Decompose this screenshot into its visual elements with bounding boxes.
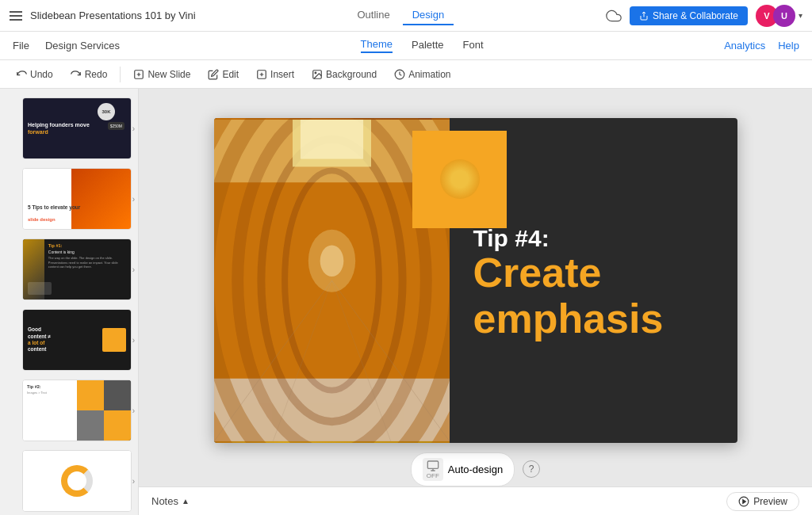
main-layout: 8 Helping founders moveforward 30K $250M… [0,89,812,515]
slide11-text: Goodcontent ≠a lot ofcontent [28,326,51,353]
slide-text-content: Tip #4: Create emphasis [450,118,737,443]
slide-thumb-11[interactable]: Goodcontent ≠a lot ofcontent [22,309,132,371]
canvas-area: Tip #4: Create emphasis OFF Auto-design … [139,89,812,515]
undo-icon [16,69,27,80]
slide12-text: Tip #2: Images > Text [23,380,77,441]
tab-outline[interactable]: Outline [347,6,399,25]
slide10-content: Tip #1: Content is king The way on the s… [44,239,131,299]
redo-button[interactable]: Redo [64,66,114,83]
preview-button[interactable]: Preview [726,492,799,511]
slide-wrapper-8: 8 Helping founders moveforward 30K $250M… [0,94,138,162]
slide-panel: 8 Helping founders moveforward 30K $250M… [0,89,139,515]
notes-chevron-icon: ▲ [182,497,190,505]
avatar-user2: U [773,5,795,27]
slide9-chevron-icon[interactable]: › [132,195,135,204]
slide12-images [77,380,131,441]
slide-wrapper-11: 11 Goodcontent ≠a lot ofcontent › [0,306,138,374]
avatar-group: V U ▾ [756,5,802,27]
share-icon [639,11,649,21]
slide-thumb-10[interactable]: Tip #1: Content is king The way on the s… [22,238,132,300]
slide8-badge2: $250M [108,122,124,130]
slide9-text: 5 Tips to elevate your slide design [28,204,80,224]
svg-rect-14 [300,120,362,159]
menu-analytics[interactable]: Analytics [724,40,765,52]
menu-help[interactable]: Help [778,40,799,52]
notes-toggle[interactable]: Notes ▲ [151,495,190,507]
toolbar: Undo Redo New Slide Edit Insert Backgrou… [0,60,812,89]
menu-file[interactable]: File [13,40,29,52]
svg-rect-21 [427,461,438,468]
avatar-chevron-icon[interactable]: ▾ [799,11,802,20]
slide-wrapper-13: 13 › [0,447,138,515]
hamburger-menu-icon[interactable] [10,11,22,21]
slide-wrapper-10: 10 Tip #1: Content is king The way on th… [0,235,138,303]
edit-button[interactable]: Edit [201,66,245,83]
animation-button[interactable]: Animation [388,66,457,83]
slide13-chart [61,465,93,497]
menu-palette[interactable]: Palette [412,39,443,52]
top-nav-right: Share & Collaborate V U ▾ [606,5,802,27]
auto-design-off-badge: OFF [423,458,443,481]
slide10-chevron-icon[interactable]: › [132,265,135,274]
slide8-chevron-icon[interactable]: › [132,124,135,133]
slide11-decoration [102,328,126,352]
share-collaborate-button[interactable]: Share & Collaborate [630,6,748,25]
svg-marker-23 [743,499,746,503]
menu-design-services[interactable]: Design Services [45,40,120,52]
slide13-chevron-icon[interactable]: › [132,477,135,486]
background-icon [312,69,323,80]
svg-point-20 [320,245,343,277]
slide-canvas[interactable]: Tip #4: Create emphasis [214,118,737,443]
cloud-icon [606,8,622,24]
auto-design-button[interactable]: OFF Auto-design [411,452,515,486]
slide-wrapper-9: 9 5 Tips to elevate your slide design › [0,165,138,233]
tab-design[interactable]: Design [403,6,454,25]
menu-font[interactable]: Font [463,39,484,52]
top-nav-left: Slidebean Presentations 101 by Vini [10,10,196,21]
notes-bar: Notes ▲ Preview [139,486,812,515]
top-nav-center: Outline Design [347,6,454,25]
background-button[interactable]: Background [305,66,383,83]
menu-bar-right: Analytics Help [724,40,799,52]
slide11-chevron-icon[interactable]: › [132,336,135,345]
help-button[interactable]: ? [523,460,540,478]
edit-icon [208,69,219,80]
menu-bar-center: Theme Palette Font [361,38,484,53]
new-slide-button[interactable]: New Slide [127,66,197,83]
insert-icon [256,69,267,80]
animation-icon [394,69,405,80]
new-slide-icon [133,69,144,80]
notes-right-controls: Preview [726,492,799,511]
slide8-text: Helping founders moveforward [28,121,90,135]
slide-thumb-13[interactable] [22,450,132,512]
app-title: Slidebean Presentations 101 by Vini [30,10,196,21]
menu-theme[interactable]: Theme [361,38,393,53]
insert-button[interactable]: Insert [250,66,301,83]
slide8-badge1: 30K [98,103,115,120]
slide-headline2: emphasis [473,296,714,341]
slide-tip-number: Tip #4: [473,227,714,250]
toolbar-divider-1 [120,67,121,82]
slide-thumb-9[interactable]: 5 Tips to elevate your slide design [22,168,132,230]
slide-headline1: Create [473,250,714,296]
slide12-chevron-icon[interactable]: › [132,406,135,415]
menu-bar: File Design Services Theme Palette Font … [0,32,812,60]
menu-bar-left: File Design Services [13,40,120,52]
top-nav: Slidebean Presentations 101 by Vini Outl… [0,0,812,32]
redo-icon [71,69,82,80]
undo-button[interactable]: Undo [10,66,59,83]
canvas-bottom-bar: OFF Auto-design ? [411,452,540,486]
slide-thumb-12[interactable]: Tip #2: Images > Text [22,380,132,441]
preview-play-icon [738,496,749,507]
svg-point-3 [315,72,316,74]
auto-design-icon [427,460,439,472]
slide-wrapper-12: 12 Tip #2: Images > Text [0,376,138,444]
slide-thumb-8[interactable]: Helping founders moveforward 30K $250M [22,97,132,159]
slide10-image [23,239,44,299]
